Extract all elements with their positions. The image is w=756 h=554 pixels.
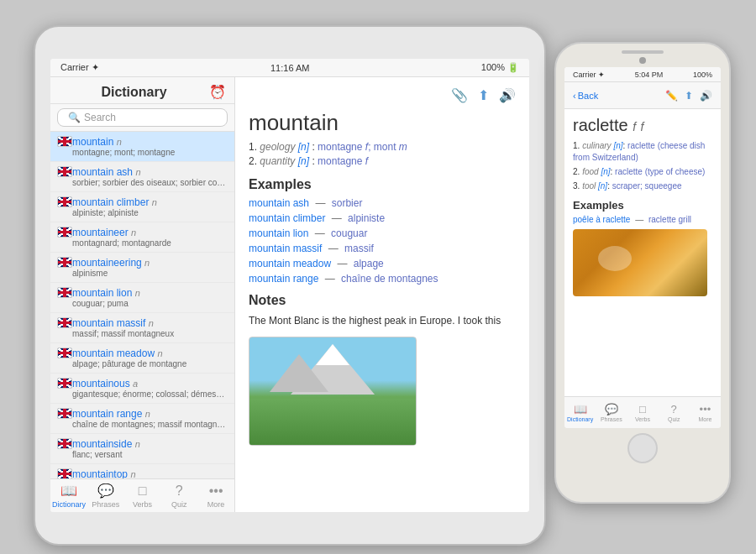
ipad-carrier: Carrier ✦ <box>60 62 99 73</box>
item-sub: montagne; mont; montagne <box>72 148 228 157</box>
tab-dictionary-label: Dictionary <box>52 500 86 509</box>
ipad-battery: 100% 🔋 <box>481 62 519 73</box>
flag-icon <box>57 317 72 328</box>
iphone-definition-item: 2. food [n]: raclette (type of cheese) <box>573 166 712 178</box>
list-item[interactable]: mountain climber n alpiniste; alpiniste <box>50 192 234 222</box>
list-item[interactable]: mountainous a gigantesque; énorme; colos… <box>50 374 234 404</box>
item-word: mountaintop n <box>72 468 228 478</box>
list-item[interactable]: mountain massif n massif; massif montagn… <box>50 313 234 343</box>
iphone-word-text: raclette <box>573 116 628 134</box>
iphone-definition-item: 3. tool [n]: scraper; squeegee <box>573 180 712 192</box>
edit-icon[interactable]: ✏️ <box>665 90 678 102</box>
nav-icons: ✏️ ⬆ 🔊 <box>665 90 712 102</box>
iphone-word-title: raclette f f <box>573 116 712 135</box>
item-text: mountainside n flanc; versant <box>72 438 228 459</box>
search-box[interactable]: 🔍 Search <box>57 108 228 127</box>
tab-dictionary[interactable]: 📖 Dictionary <box>50 483 87 509</box>
definition-item: 1. geology [n] : montagne f; mont m <box>249 141 516 153</box>
iphone-tab-phrases[interactable]: 💬 Phrases <box>596 403 627 422</box>
list-item[interactable]: mountaintop n sommet; cime <box>50 464 234 478</box>
list-item[interactable]: mountainside n flanc; versant <box>50 434 234 464</box>
verbs-tab-icon: □ <box>139 483 147 499</box>
iphone-word-pos-label: f <box>641 120 644 133</box>
iphone-tab-verbs-label: Verbs <box>635 416 650 422</box>
sidebar-search-area: 🔍 Search <box>50 104 234 132</box>
back-label: Back <box>578 91 598 101</box>
example-item: mountain range — chaîne de montagnes <box>249 273 516 285</box>
iphone-camera <box>639 57 646 64</box>
flag-icon <box>57 287 72 298</box>
ipad-time: 11:16 AM <box>270 63 309 73</box>
iphone-screen: Carrier ✦ 5:04 PM 100% ‹ Back ✏️ ⬆ 🔊 rac… <box>564 67 721 428</box>
tab-more[interactable]: ••• More <box>197 483 234 509</box>
iphone-tab-more[interactable]: ••• More <box>690 403 721 422</box>
ipad-device: Carrier ✦ 11:16 AM 100% 🔋 Dictionary ⏰ 🔍… <box>34 25 546 546</box>
tab-more-label: More <box>207 500 225 509</box>
iphone-dictionary-icon: 📖 <box>574 403 587 416</box>
paperclip-icon[interactable]: 📎 <box>451 87 468 103</box>
mountain-image <box>249 337 417 446</box>
examples-section-title: Examples <box>249 177 516 192</box>
tab-phrases[interactable]: 💬 Phrases <box>87 483 124 509</box>
iphone-status-bar: Carrier ✦ 5:04 PM 100% <box>564 67 721 82</box>
item-word: mountain lion n <box>72 287 228 299</box>
iphone-carrier: Carrier ✦ <box>573 71 605 79</box>
tab-phrases-label: Phrases <box>92 500 119 509</box>
tab-bar: 📖 Dictionary 💬 Phrases □ Verbs ? <box>50 478 234 512</box>
iphone-tab-dictionary[interactable]: 📖 Dictionary <box>564 403 596 422</box>
item-word: mountaineering n <box>72 257 228 269</box>
iphone-home-button[interactable] <box>627 433 658 463</box>
item-text: mountain range n chaîne de montagnes; ma… <box>72 408 228 429</box>
item-sub: alpinisme <box>72 269 228 278</box>
back-button[interactable]: ‹ Back <box>573 91 598 101</box>
list-item[interactable]: mountain meadow n alpage; pâturage de mo… <box>50 343 234 374</box>
iphone-examples-title: Examples <box>573 199 712 212</box>
list-item[interactable]: mountain n montagne; mont; montagne <box>50 132 234 162</box>
list-item[interactable]: mountaineer n montagnard; montagnarde <box>50 222 234 253</box>
flag-icon <box>57 196 72 207</box>
tab-verbs[interactable]: □ Verbs <box>124 483 161 509</box>
iphone-tab-bar: 📖 Dictionary 💬 Phrases □ Verbs ? Quiz ••… <box>564 396 721 428</box>
item-sub: gigantesque; énorme; colossal; démesuré;… <box>72 389 228 399</box>
flag-icon <box>57 378 72 389</box>
sidebar-list[interactable]: mountain n montagne; mont; montagne moun… <box>50 132 234 478</box>
share-icon[interactable]: ⬆ <box>685 90 693 102</box>
tab-verbs-label: Verbs <box>133 500 152 509</box>
mountain-grass <box>249 399 416 445</box>
iphone-tab-phrases-label: Phrases <box>601 416 622 422</box>
notes-section-title: Notes <box>249 293 516 308</box>
list-item[interactable]: mountain ash n sorbier; sorbier des oise… <box>50 162 234 192</box>
example-item: mountain massif — massif <box>249 243 516 254</box>
flag-icon <box>57 348 72 358</box>
item-text: mountaintop n sommet; cime <box>72 468 228 478</box>
item-text: mountain ash n sorbier; sorbier des oise… <box>72 166 228 187</box>
iphone-verbs-icon: □ <box>639 403 646 416</box>
item-word: mountain range n <box>72 408 228 420</box>
definition-list: 1. geology [n] : montagne f; mont m 2. q… <box>249 141 516 167</box>
list-item[interactable]: mountain range n chaîne de montagnes; ma… <box>50 404 234 434</box>
example-item: mountain ash — sorbier <box>249 197 516 209</box>
iphone-tab-verbs[interactable]: □ Verbs <box>627 403 658 422</box>
list-item[interactable]: mountain lion n couguar; puma <box>50 283 234 313</box>
search-icon: 🔍 <box>68 112 81 123</box>
chevron-left-icon: ‹ <box>573 91 576 101</box>
iphone-word-pos: f <box>633 120 636 133</box>
iphone-battery: 100% <box>693 71 712 79</box>
flag-icon <box>57 257 72 268</box>
speaker-icon[interactable]: 🔊 <box>700 90 712 102</box>
iphone-main-content: raclette f f 1. culinary [n]: raclette (… <box>564 109 721 396</box>
item-sub: massif; massif montagneux <box>72 329 228 338</box>
detail-word-title: mountain <box>249 110 516 136</box>
item-text: mountain meadow n alpage; pâturage de mo… <box>72 348 228 368</box>
clock-icon[interactable]: ⏰ <box>209 84 226 100</box>
example-item: mountain climber — alpiniste <box>249 212 516 224</box>
more-tab-icon: ••• <box>209 483 223 499</box>
list-item[interactable]: mountaineering n alpinisme <box>50 253 234 283</box>
phrases-tab-icon: 💬 <box>97 483 114 499</box>
speaker-icon[interactable]: 🔊 <box>499 87 516 103</box>
tab-quiz[interactable]: ? Quiz <box>160 483 197 509</box>
share-icon[interactable]: ⬆ <box>478 87 489 103</box>
item-text: mountaineer n montagnard; montagnarde <box>72 227 228 248</box>
iphone-tab-quiz[interactable]: ? Quiz <box>659 403 690 422</box>
item-sub: sorbier; sorbier des oiseaux; sorbier co… <box>72 178 228 187</box>
